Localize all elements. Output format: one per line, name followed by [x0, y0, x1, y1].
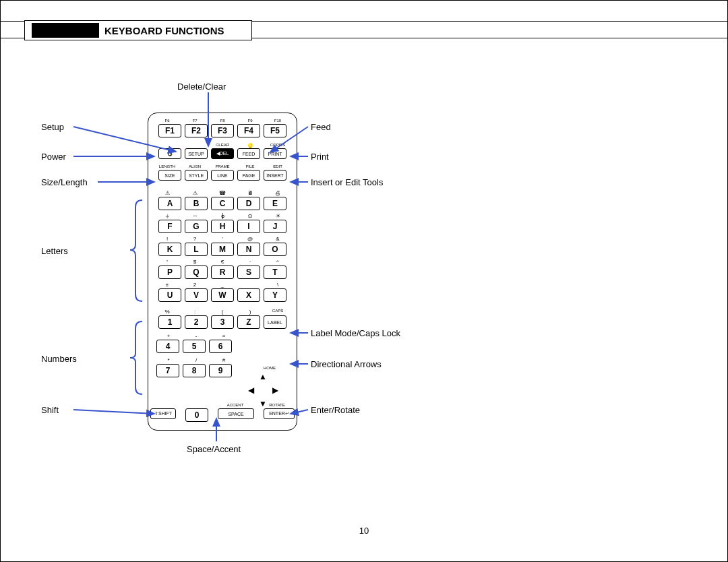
key-b[interactable]: B	[185, 197, 208, 210]
key-2[interactable]: 2	[185, 315, 208, 329]
row3: SIZE STYLE LINE PAGE INSERT	[148, 170, 297, 181]
key-feed[interactable]: FEED	[237, 148, 260, 159]
key-f[interactable]: F	[158, 220, 181, 233]
num-row-1: 123ZLABEL	[148, 315, 297, 329]
keyboard-diagram: Delete/Clear Setup Power Size/Length Let…	[28, 82, 499, 459]
key-u[interactable]: U	[158, 288, 181, 302]
key-z[interactable]: Z	[237, 315, 260, 329]
key-v[interactable]: V	[185, 288, 208, 302]
row3-secondary: LENGTH ALIGN FRAME FILE EDIT	[148, 164, 297, 168]
label-letters: Letters	[41, 246, 68, 256]
arrow-left-icon[interactable]: ◀	[245, 385, 256, 396]
header-rule: KEYBOARD FUNCTIONS	[1, 21, 727, 38]
key-4[interactable]: 4	[156, 340, 179, 353]
key-a[interactable]: A	[158, 197, 181, 210]
key-f3[interactable]: F3	[211, 124, 234, 137]
label-setup: Setup	[41, 122, 64, 132]
title-black-lead	[32, 23, 99, 38]
key-0[interactable]: 0	[185, 408, 208, 422]
label-delete-clear: Delete/Clear	[177, 82, 226, 92]
label-print: Print	[311, 152, 329, 162]
label-feed: Feed	[311, 122, 331, 132]
key-3[interactable]: 3	[211, 315, 234, 329]
label-numbers: Numbers	[41, 354, 77, 364]
arrow-up-icon[interactable]: ▲	[257, 371, 268, 382]
key-label[interactable]: LABEL	[264, 315, 286, 329]
label-power: Power	[41, 152, 66, 162]
section-title-box: KEYBOARD FUNCTIONS	[24, 20, 252, 40]
key-7[interactable]: 7	[156, 364, 179, 377]
key-8[interactable]: 8	[183, 364, 206, 377]
key-m[interactable]: M	[211, 243, 234, 256]
key-del[interactable]: ◀DEL	[211, 148, 234, 159]
letter-row-5: UVWXY	[148, 288, 297, 302]
page-number: 10	[1, 526, 727, 536]
label-insert-edit: Insert or Edit Tools	[311, 177, 383, 187]
arrow-right-icon[interactable]: ▶	[270, 385, 280, 396]
fn-row: F1 F2 F3 F4 F5	[148, 124, 297, 137]
label-shift: Shift	[41, 405, 59, 415]
key-n[interactable]: N	[237, 243, 260, 256]
key-e[interactable]: E	[264, 197, 286, 210]
label-space-accent: Space/Accent	[187, 444, 241, 454]
key-page[interactable]: PAGE	[237, 170, 260, 181]
key-insert[interactable]: INSERT	[264, 170, 286, 181]
key-9[interactable]: 9	[209, 364, 232, 377]
key-line[interactable]: LINE	[211, 170, 234, 181]
key-x[interactable]: X	[237, 288, 260, 302]
key-l[interactable]: L	[185, 243, 208, 256]
svg-line-3	[73, 410, 154, 414]
key-s[interactable]: S	[237, 266, 260, 279]
letter-row-1: ABCDE	[148, 197, 297, 210]
letter-row-4: PQRST	[148, 266, 297, 279]
key-size[interactable]: SIZE	[158, 170, 181, 181]
key-y[interactable]: Y	[264, 288, 286, 302]
label-dir-arrows: Directional Arrows	[311, 359, 382, 369]
key-i[interactable]: I	[237, 220, 260, 233]
key-q[interactable]: Q	[185, 266, 208, 279]
section-title: KEYBOARD FUNCTIONS	[104, 25, 224, 36]
key-p[interactable]: P	[158, 266, 181, 279]
letter-row-3: KLMNO	[148, 243, 297, 256]
key-d[interactable]: D	[237, 197, 260, 210]
power-icon: ⏻	[168, 152, 173, 156]
key-f2[interactable]: F2	[185, 124, 208, 137]
label-size-length: Size/Length	[41, 177, 88, 187]
key-j[interactable]: J	[264, 220, 286, 233]
key-w[interactable]: W	[211, 288, 234, 302]
key-f4[interactable]: F4	[237, 124, 260, 137]
key-t[interactable]: T	[264, 266, 286, 279]
manual-page: KEYBOARD FUNCTIONS Delete/Clear Setup Po…	[0, 0, 728, 562]
key-g[interactable]: G	[185, 220, 208, 233]
key-r[interactable]: R	[211, 266, 234, 279]
letter-row-2: FGHIJ	[148, 220, 297, 233]
key-5[interactable]: 5	[183, 340, 206, 353]
label-label-caps: Label Mode/Caps Lock	[311, 328, 400, 338]
key-o[interactable]: O	[264, 243, 286, 256]
key-f5[interactable]: F5	[264, 124, 286, 137]
key-1[interactable]: 1	[158, 315, 181, 329]
key-power-icon[interactable]: ⏻	[158, 148, 181, 159]
key-h[interactable]: H	[211, 220, 234, 233]
key-f1[interactable]: F1	[158, 124, 181, 137]
key-style[interactable]: STYLE	[185, 170, 208, 181]
key-k[interactable]: K	[158, 243, 181, 256]
key-print[interactable]: PRINT	[264, 148, 286, 159]
key-setup[interactable]: SETUP	[185, 148, 208, 159]
num-row-2: 456	[148, 340, 297, 353]
key-enter[interactable]: ENTER↵	[264, 408, 295, 419]
label-enter-rotate: Enter/Rotate	[311, 405, 360, 415]
key-space[interactable]: SPACE	[218, 408, 254, 419]
key-shift[interactable]: ⇧SHIFT	[150, 408, 176, 419]
fn-secondary-row: F6 F7 F8 F9 F10	[148, 119, 297, 123]
key-6[interactable]: 6	[209, 340, 232, 353]
row2: ⏻ SETUP ◀DEL FEED PRINT	[148, 148, 297, 159]
key-c[interactable]: C	[211, 197, 234, 210]
bottom-row: ⇧SHIFT 0 SPACE ENTER↵	[148, 408, 297, 422]
keyboard-outline: F6 F7 F8 F9 F10 F1 F2 F3 F4 F5 CLEAR 💡 C…	[148, 113, 297, 431]
